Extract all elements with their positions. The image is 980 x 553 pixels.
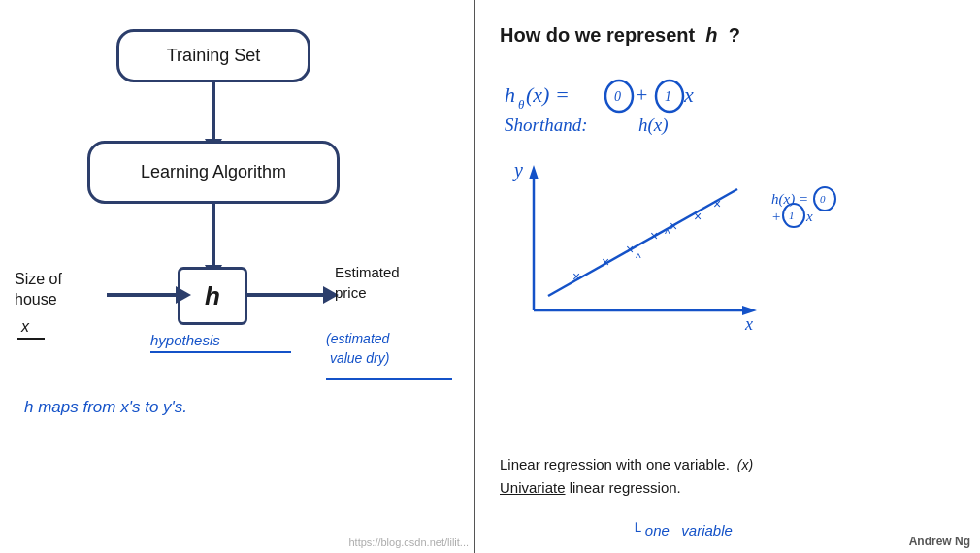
estimated-price-label: Estimatedprice xyxy=(335,262,400,303)
watermark-left: https://blog.csdn.net/lilit... xyxy=(348,537,469,548)
svg-text:y: y xyxy=(512,159,523,181)
hypothesis-label: hypothesis xyxy=(150,332,220,348)
svg-text:×: × xyxy=(626,242,634,257)
svg-point-6 xyxy=(656,81,683,112)
learning-algo-box: Learning Algorithm xyxy=(87,141,340,204)
svg-point-31 xyxy=(783,204,804,227)
right-panel: How do we represent h ? h θ (x) = 0 + 1 … xyxy=(475,0,980,553)
svg-text:×: × xyxy=(572,269,580,284)
svg-text:x: x xyxy=(805,209,813,224)
svg-text:×: × xyxy=(670,218,677,234)
svg-line-17 xyxy=(548,189,737,296)
estimated-value-label: (estimated value dry) xyxy=(326,330,389,368)
svg-marker-14 xyxy=(742,306,757,315)
size-label: Size ofhouse xyxy=(15,270,62,310)
svg-text:×: × xyxy=(694,209,702,224)
bottom-text: Linear regression with one variable. (x)… xyxy=(500,453,753,500)
svg-text:×: × xyxy=(713,196,721,211)
svg-text:×: × xyxy=(602,254,609,270)
one-variable-label: └ one variable xyxy=(631,522,733,538)
main-container: Training Set Learning Algorithm h Size o… xyxy=(0,0,980,553)
svg-text:h(x): h(x) xyxy=(638,114,669,136)
svg-text:x: x xyxy=(744,314,753,334)
svg-point-28 xyxy=(814,187,835,211)
x-underline xyxy=(17,338,45,340)
svg-text:θ: θ xyxy=(518,97,525,112)
svg-text:h(x) =: h(x) = xyxy=(771,191,808,208)
training-set-label: Training Set xyxy=(167,46,260,66)
arrow-h-to-estimated xyxy=(247,293,325,297)
svg-text:h: h xyxy=(505,82,515,107)
svg-point-3 xyxy=(605,81,633,112)
svg-text:x: x xyxy=(683,82,694,107)
svg-text:0: 0 xyxy=(614,89,621,104)
h-label: h xyxy=(205,281,220,311)
svg-text:Shorthand:: Shorthand: xyxy=(505,114,588,135)
right-title: How do we represent h ? xyxy=(500,24,956,47)
training-set-box: Training Set xyxy=(116,29,310,82)
author-label: Andrew Ng xyxy=(909,535,970,548)
arrow-algo-to-h xyxy=(212,204,215,267)
svg-text:(x)  =: (x) = xyxy=(526,82,570,107)
svg-text:1: 1 xyxy=(789,210,795,221)
univariate-text: Univariate linear regression. xyxy=(500,479,681,496)
svg-text:×: × xyxy=(650,228,658,244)
svg-text:+: + xyxy=(771,209,781,224)
x-label: x xyxy=(21,318,29,336)
left-panel: Training Set Learning Algorithm h Size o… xyxy=(0,0,475,553)
estimated-value-underline xyxy=(326,378,452,380)
svg-text:^: ^ xyxy=(665,227,670,241)
arrow-training-to-algo xyxy=(212,82,215,141)
arrow-size-to-h xyxy=(107,293,178,297)
svg-text:^: ^ xyxy=(636,251,641,265)
svg-text:1: 1 xyxy=(665,89,671,104)
learning-algo-label: Learning Algorithm xyxy=(141,162,286,182)
svg-text:0: 0 xyxy=(820,193,826,205)
svg-marker-12 xyxy=(529,165,539,179)
linear-regression-text: Linear regression with one variable. (x) xyxy=(500,456,753,472)
hypothesis-underline xyxy=(150,351,291,353)
h-maps-label: h maps from x's to y's. xyxy=(24,398,187,417)
svg-text:+: + xyxy=(636,82,647,107)
